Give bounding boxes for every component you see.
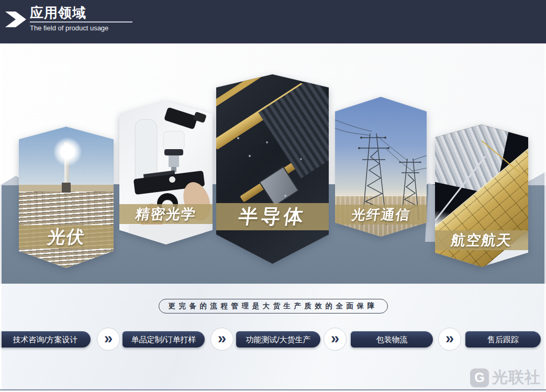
bottom-rule bbox=[0, 389, 546, 390]
page-subtitle: The field of product usage bbox=[30, 24, 108, 32]
slogan-pill: 更完备的流程管理是大货生产质效的全面保障 bbox=[159, 299, 388, 313]
double-chevron-icon: » bbox=[104, 331, 113, 348]
solder-dots bbox=[237, 137, 239, 139]
double-chevron-icon: » bbox=[218, 331, 226, 348]
hexagon-semiconductor: 半导体 bbox=[216, 74, 329, 264]
hexagon-label-band: 光纤通信 bbox=[335, 205, 427, 225]
process-step-testing-production: 功能测试/大货生产 bbox=[236, 331, 320, 348]
process-step-after-sales: 售后跟踪 bbox=[465, 331, 541, 348]
header-bar: 应用领域 The field of product usage bbox=[0, 0, 546, 43]
double-chevron-icon: » bbox=[331, 331, 339, 348]
hexagon-label-band: 精密光学 bbox=[119, 204, 213, 224]
double-chevron-icon: » bbox=[445, 331, 454, 348]
hexagon-label-band: 光伏 bbox=[19, 225, 114, 249]
chevron-right-icon bbox=[5, 12, 26, 27]
process-step-packaging-logistics: 包装物流 bbox=[351, 331, 433, 348]
slide: 应用领域 The field of product usage 光伏 bbox=[0, 0, 546, 392]
watermark-logo-icon: G bbox=[470, 368, 489, 387]
solar-tower-base bbox=[62, 183, 71, 193]
solar-glow bbox=[53, 137, 82, 166]
hexagon-fiber-communication: 光纤通信 bbox=[335, 97, 427, 237]
hexagon-label: 航空航天 bbox=[450, 231, 513, 250]
hexagon-label: 光伏 bbox=[46, 225, 86, 249]
title-underline bbox=[30, 21, 132, 23]
watermark-brand: 光联社 bbox=[492, 367, 541, 388]
hexagon-aerospace: 航空航天 bbox=[435, 125, 528, 267]
process-arrow-circle: » bbox=[210, 328, 233, 351]
hexagon-label-band: 半导体 bbox=[216, 203, 329, 230]
hexagon-precision-optics: 精密光学 bbox=[119, 101, 213, 244]
watermark: G 光联社 bbox=[470, 367, 541, 388]
left-edge-margin bbox=[0, 43, 2, 389]
hexagon-label: 半导体 bbox=[237, 204, 308, 230]
hexagon-label: 精密光学 bbox=[134, 205, 197, 223]
process-arrow-circle: » bbox=[97, 328, 120, 351]
process-step-consulting: 技术咨询/方案设计 bbox=[0, 331, 91, 348]
process-arrow-circle: » bbox=[324, 328, 347, 351]
process-arrow-circle: » bbox=[438, 328, 461, 351]
process-step-customization: 单品定制/订单打样 bbox=[122, 331, 205, 348]
hexagon-photovoltaic: 光伏 bbox=[19, 127, 114, 268]
hexagon-label: 光纤通信 bbox=[350, 206, 411, 224]
hexagon-label-band: 航空航天 bbox=[435, 230, 528, 250]
page-title: 应用领域 bbox=[30, 4, 86, 22]
